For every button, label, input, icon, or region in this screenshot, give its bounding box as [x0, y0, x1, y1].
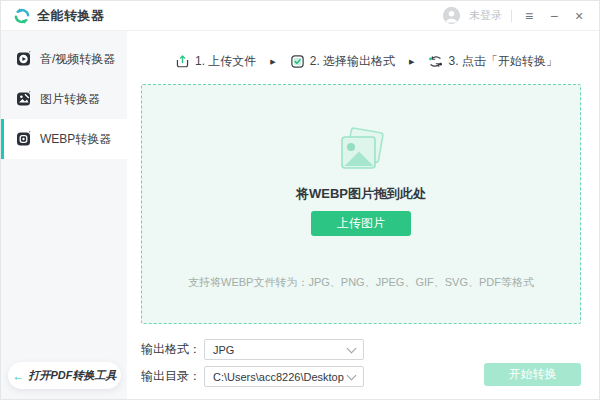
login-status[interactable]: 未登录 [469, 8, 502, 23]
webp-drop-zone[interactable]: 将WEBP图片拖到此处 上传图片 支持将WEBP文件转为：JPG、PNG、JPE… [141, 84, 581, 324]
start-convert-button[interactable]: 开始转换 [484, 363, 581, 386]
sidebar-item-label: 图片转换器 [40, 91, 100, 108]
step-start-convert: 3. 点击「开始转换」 [428, 53, 557, 70]
sidebar-item-label: 音/视频转换器 [40, 51, 115, 68]
upload-tray-icon [175, 54, 190, 69]
output-directory-value: C:\Users\acc8226\Desktop [213, 371, 344, 383]
sidebar-item-webp-converter[interactable]: WEBP转换器 [1, 119, 127, 159]
output-format-row: 输出格式： JPG [141, 339, 364, 360]
chevron-down-icon [347, 370, 357, 380]
step-label: 3. 点击「开始转换」 [448, 53, 557, 70]
sidebar: 音/视频转换器 图片转换器 WEBP转 [1, 31, 128, 399]
upload-image-button[interactable]: 上传图片 [311, 211, 411, 236]
app-window: 全能转换器 未登录 ≡ − × [0, 0, 600, 400]
output-directory-row: 输出目录： C:\Users\acc8226\Desktop [141, 366, 364, 387]
titlebar-divider [511, 10, 512, 22]
chevron-down-icon [347, 343, 357, 353]
open-pdf-tool-button[interactable]: ← 打开PDF转换工具 [8, 362, 121, 389]
output-format-label: 输出格式： [141, 341, 204, 358]
step-label: 2. 选择输出格式 [310, 53, 395, 70]
step-choose-format: 2. 选择输出格式 [290, 53, 395, 70]
arrow-left-icon: ← [13, 369, 25, 383]
sidebar-list: 音/视频转换器 图片转换器 WEBP转 [1, 31, 127, 159]
convert-cycle-icon [428, 54, 443, 69]
supported-formats-text: 支持将WEBP文件转为：JPG、PNG、JPEG、GIF、SVG、PDF等格式 [142, 275, 580, 290]
titlebar-controls: 未登录 ≡ − × [443, 7, 587, 24]
step-arrow-icon: ▶ [409, 58, 414, 65]
output-directory-label: 输出目录： [141, 368, 204, 385]
step-label: 1. 上传文件 [195, 53, 256, 70]
hamburger-menu-icon[interactable]: ≡ [521, 9, 537, 23]
minimize-icon[interactable]: − [546, 9, 562, 23]
close-icon[interactable]: × [571, 9, 587, 23]
sidebar-item-image-converter[interactable]: 图片转换器 [1, 79, 127, 119]
webp-converter-icon [16, 131, 32, 147]
steps-bar: 1. 上传文件 ▶ 2. 选择输出格式 ▶ 3. 点击「开始转 [175, 52, 558, 70]
user-avatar-icon[interactable] [443, 7, 460, 24]
logo-area: 全能转换器 [13, 7, 105, 25]
step-arrow-icon: ▶ [270, 58, 275, 65]
sidebar-item-label: WEBP转换器 [40, 131, 111, 148]
app-title: 全能转换器 [37, 7, 105, 25]
output-format-select[interactable]: JPG [204, 339, 364, 360]
dropzone-title: 将WEBP图片拖到此处 [142, 185, 580, 203]
video-converter-icon [16, 51, 32, 67]
sidebar-item-audio-video-converter[interactable]: 音/视频转换器 [1, 39, 127, 79]
output-format-value: JPG [213, 344, 234, 356]
output-directory-select[interactable]: C:\Users\acc8226\Desktop [204, 366, 364, 387]
step-upload-file: 1. 上传文件 [175, 53, 256, 70]
titlebar: 全能转换器 未登录 ≡ − × [1, 1, 599, 31]
checkbox-checked-icon [290, 54, 305, 69]
app-logo-icon [13, 7, 31, 25]
picture-placeholder-icon [142, 127, 580, 179]
image-converter-icon [16, 91, 32, 107]
main-panel: 1. 上传文件 ▶ 2. 选择输出格式 ▶ 3. 点击「开始转 [127, 31, 599, 399]
open-pdf-tool-label: 打开PDF转换工具 [29, 368, 117, 383]
